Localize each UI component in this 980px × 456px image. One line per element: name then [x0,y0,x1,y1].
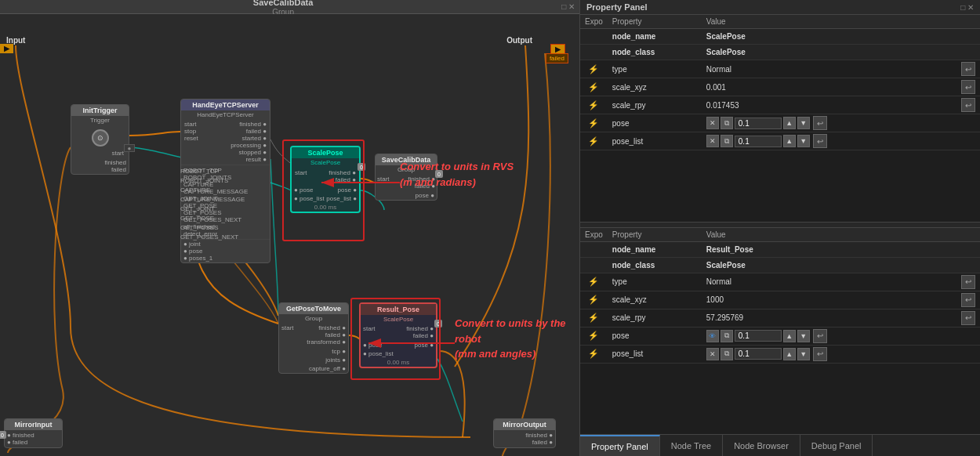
prop-row-node-class-bottom: node_class ScalePose [580,257,980,273]
prop-pose-list-input-bottom[interactable] [735,348,782,360]
value-col-header-top: Value [702,15,980,29]
prop-scale-rpy-reset-top[interactable]: ↩ [961,98,975,112]
scalepose-top-sub: ScalePose [292,158,359,167]
prop-scale-xyz-value-bottom: 1000 [706,295,724,304]
resultpose-ms: 0.00 ms [361,358,436,367]
tab-node-browser[interactable]: Node Browser [723,435,800,456]
prop-scale-xyz-reset-top[interactable]: ↩ [961,80,975,94]
mirroroutput-header: MirrorOutput [494,419,555,430]
prop-row-pose-list-top: ⚡ pose_list ✕ ⧉ ▲ ▼ ↩ [580,132,980,150]
node-name-value-top: ScalePose [702,29,980,45]
value-col-header-bottom: Value [702,228,980,242]
prop-pose-list-label-top: pose_list [608,132,702,150]
node-scalepose-top[interactable]: ScalePose ScalePose start finished ● fai… [290,146,361,213]
prop-pose-down-top[interactable]: ▼ [797,117,810,129]
prop-pose-list-reset-top[interactable]: ↩ [813,134,827,148]
graph-title-name: SaveCalibData [253,0,313,7]
prop-row-pose-list-bottom: ⚡ pose_list ✕ ⧉ ▲ ▼ ↩ [580,345,980,363]
prop-type-value-bottom: Normal [706,277,731,286]
savecalib-badge: 0 [435,170,443,178]
node-inittrigger[interactable]: InitTrigger Trigger ⊙ start finished fai… [71,104,129,175]
prop-pose-list-down-top[interactable]: ▼ [797,135,810,147]
window-controls-graph[interactable]: □ ✕ [561,2,575,11]
prop-pose-eye-bottom[interactable]: 👁 [706,330,719,342]
tab-debug-panel[interactable]: Debug Panel [800,435,873,456]
prop-pose-list-icon1-bottom[interactable]: ✕ [706,348,719,360]
prop-col-header-bottom: Property [608,228,702,242]
expo-col-header-bottom: Expo [580,228,608,242]
inittrigger-port-start: ● [124,144,135,152]
node-name-value-bottom: Result_Pose [702,241,980,257]
graph-canvas: Input Output ▶ ▶ failed InitTrigger Trig… [0,14,579,456]
window-controls-panel[interactable]: □ ✕ [960,3,974,12]
prop-type-label-bottom: type [608,273,702,291]
panel-tabs: Property Panel Node Tree Node Browser De… [580,434,980,456]
prop-scale-rpy-value-bottom: 57.295769 [706,313,743,322]
node-mirror-input[interactable]: MirrorInput ● finished ● failed 0 [4,418,63,448]
property-panel: Property Panel □ ✕ Expo Property Value n… [580,0,980,456]
prop-pose-reset-bottom[interactable]: ↩ [813,329,827,343]
prop-type-reset-top[interactable]: ↩ [961,62,975,76]
prop-pose-input-top[interactable] [735,118,782,129]
prop-type-value-top: Normal [706,65,731,74]
node-name-label-bottom: node_name [608,241,702,257]
prop-pose-list-up-bottom[interactable]: ▲ [783,348,796,360]
property-panel-header: Property Panel □ ✕ [580,0,980,15]
prop-type-reset-bottom[interactable]: ↩ [961,275,975,289]
inittrigger-sub: Trigger [71,116,129,125]
mirrorinput-badge: 0 [0,431,6,439]
prop-scale-xyz-reset-bottom[interactable]: ↩ [961,293,975,307]
prop-pose-list-input-top[interactable] [735,136,782,147]
prop-pose-input-bottom[interactable] [735,330,782,342]
prop-type-label-top: type [608,60,702,78]
resultpose-header: Result_Pose [361,304,436,315]
prop-pose-icon2-top[interactable]: ⧉ [720,117,733,129]
prop-scale-rpy-value-top: 0.017453 [706,101,739,110]
prop-pose-list-icon2-top[interactable]: ⧉ [720,135,733,147]
prop-pose-list-down-bottom[interactable]: ▼ [797,348,810,360]
node-name-label-top: node_name [608,29,702,45]
prop-row-scale-xyz-top: ⚡ scale_xyz 0.001 ↩ [580,78,980,96]
node-savecalib[interactable]: SaveCalibData Group start finished ● fai… [375,154,437,201]
prop-row-type-bottom: ⚡ type Normal ↩ [580,273,980,291]
prop-scale-rpy-reset-bottom[interactable]: ↩ [961,311,975,325]
resultpose-sub: ScalePose [361,315,436,324]
graph-panel: SaveCalibData Group □ ✕ [0,0,580,456]
tab-property-panel[interactable]: Property Panel [580,435,660,456]
expo-icon-pose-list-bottom: ⚡ [588,349,599,358]
prop-scale-xyz-label-top: scale_xyz [608,78,702,96]
prop-pose-list-up-top[interactable]: ▲ [783,135,796,147]
expo-icon-type-top: ⚡ [588,64,599,74]
getpose-header: GetPoseToMove [279,303,348,314]
prop-pose-down-bottom[interactable]: ▼ [797,330,810,342]
prop-row-node-class-top: node_class ScalePose [580,45,980,60]
prop-pose-reset-top[interactable]: ↩ [813,116,827,130]
prop-row-scale-rpy-top: ⚡ scale_rpy 0.017453 ↩ [580,96,980,114]
expo-icon-pose-list-top: ⚡ [588,136,599,146]
node-getpose[interactable]: GetPoseToMove Group start finished ● fai… [278,302,349,374]
expo-icon-scale-rpy-top: ⚡ [588,100,599,110]
node-resultpose[interactable]: Result_Pose ScalePose start finished ● f… [359,302,437,368]
prop-pose-icon2-bottom[interactable]: ⧉ [720,330,733,342]
prop-section-bottom: Expo Property Value node_name Result_Pos… [580,228,980,435]
property-panel-title: Property Panel [586,2,648,12]
prop-col-header-top: Property [608,15,702,29]
node-class-label-top: node_class [608,45,702,60]
prop-pose-list-icon2-bottom[interactable]: ⧉ [720,348,733,360]
section-divider [580,222,980,228]
tab-node-tree[interactable]: Node Tree [660,435,723,456]
inittrigger-header: InitTrigger [71,105,129,116]
node-mirror-output[interactable]: MirrorOutput finished ● failed ● [493,418,556,448]
getpose-sub: Group [279,314,348,323]
prop-pose-list-icon1-top[interactable]: ✕ [706,135,719,147]
scalepose-top-ms: 0.00 ms [292,203,359,212]
prop-pose-list-reset-bottom[interactable]: ↩ [813,347,827,361]
prop-row-scale-rpy-bottom: ⚡ scale_rpy 57.295769 ↩ [580,309,980,327]
connections-svg [0,14,579,456]
prop-pose-up-bottom[interactable]: ▲ [783,330,796,342]
prop-pose-up-top[interactable]: ▲ [783,117,796,129]
prop-row-type-top: ⚡ type Normal ↩ [580,60,980,78]
prop-row-scale-xyz-bottom: ⚡ scale_xyz 1000 ↩ [580,291,980,309]
prop-pose-icon1-top[interactable]: ✕ [706,117,719,129]
savecalib-sub: Group [376,165,437,174]
